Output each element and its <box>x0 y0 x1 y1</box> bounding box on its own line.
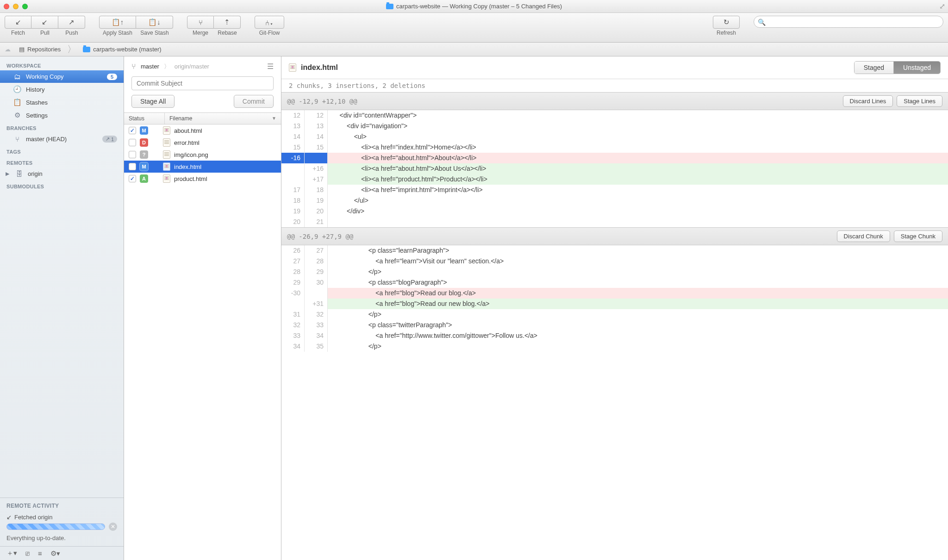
line-number-new: 33 <box>305 320 328 330</box>
sidebar-item-working-copy[interactable]: 🗂 Working Copy 5 <box>0 70 124 83</box>
code-area[interactable]: 1212 <div id="contentWrapper">1313 <div … <box>281 110 948 227</box>
gitflow-button[interactable]: ⑃▾ <box>255 16 284 29</box>
unstaged-tab[interactable]: Unstaged <box>893 62 940 74</box>
file-row[interactable]: ?img/icon.png <box>124 149 281 161</box>
stage-checkbox[interactable] <box>129 139 136 146</box>
file-row[interactable]: Mindex.html <box>124 161 281 173</box>
code-line[interactable]: 1819 </ul> <box>281 195 948 206</box>
push-button[interactable]: ↗ <box>58 16 85 29</box>
chevron-right-icon: 〉 <box>164 62 170 71</box>
stage-button[interactable]: Stage Lines <box>897 95 942 107</box>
close-button[interactable] <box>4 4 9 9</box>
code-line[interactable]: 1212 <div id="contentWrapper"> <box>281 110 948 121</box>
rebase-button[interactable]: ⇡ <box>214 16 241 29</box>
stage-button[interactable]: Stage Chunk <box>894 230 942 242</box>
list-button[interactable]: ≡ <box>38 549 42 557</box>
line-number-new: 27 <box>305 245 328 256</box>
arrow-up-icon: ↗ <box>106 136 110 142</box>
header-filename[interactable]: Filename ▼ <box>165 113 281 124</box>
status-badge: M <box>140 162 148 171</box>
code-line[interactable]: 3132 </p> <box>281 309 948 320</box>
path-repositories[interactable]: ▤ Repositories <box>14 45 65 54</box>
sidebar-item-label: master (HEAD) <box>26 136 67 143</box>
stage-checkbox[interactable] <box>129 151 136 158</box>
changes-panel: ⑂ master 〉 origin/master ☰ Stage All Com… <box>124 56 281 560</box>
fullscreen-icon[interactable]: ⤢ <box>939 2 945 11</box>
code-line[interactable]: +17 <li><a href="product.html">Product</… <box>281 174 948 185</box>
staged-unstaged-toggle: Staged Unstaged <box>854 61 941 74</box>
code-text <box>328 217 948 227</box>
code-line[interactable]: 2021 <box>281 217 948 227</box>
save-stash-label: Save Stash <box>136 30 173 36</box>
code-area[interactable]: 2627 <p class="learnParagraph">2728 <a h… <box>281 245 948 352</box>
remote-activity: REMOTE ACTIVITY ↙ Fetched origin ✕ Every… <box>0 498 124 546</box>
fetch-button[interactable]: ↙︎ <box>5 16 31 29</box>
gear-menu-button[interactable]: ⚙▾ <box>50 549 60 558</box>
sidebar-item-stashes[interactable]: 📋 Stashes <box>0 96 124 109</box>
sidebar-item-label: Settings <box>26 112 48 119</box>
code-line[interactable]: 1718 <li><a href="imprint.html">Imprint<… <box>281 185 948 195</box>
code-line[interactable]: +16 <li><a href="about.html">About Us</a… <box>281 163 948 174</box>
staged-tab[interactable]: Staged <box>854 62 893 74</box>
file-row[interactable]: Derror.html <box>124 137 281 149</box>
file-name: index.html <box>174 163 201 170</box>
cloud-icon: ☁︎ <box>5 46 11 53</box>
code-line[interactable]: 2627 <p class="learnParagraph"> <box>281 245 948 256</box>
commit-subject-input[interactable] <box>131 76 274 90</box>
pull-button[interactable]: ↙ <box>31 16 58 29</box>
disclosure-triangle-icon[interactable]: ▶ <box>6 171 9 177</box>
discard-button[interactable]: Discard Lines <box>843 95 893 107</box>
line-number-new <box>305 153 328 163</box>
code-line[interactable]: 1414 <ul> <box>281 131 948 142</box>
quicklook-button[interactable]: ⎚ <box>25 549 30 557</box>
code-line[interactable]: 3334 <a href="http://www.twitter.com/git… <box>281 330 948 341</box>
code-line[interactable]: -16 <li><a href="about.html">About</a></… <box>281 153 948 163</box>
line-number-old <box>281 163 305 174</box>
add-button[interactable]: ＋▾ <box>6 549 17 558</box>
save-stash-button[interactable]: 📋↓ <box>136 16 173 29</box>
apply-stash-button[interactable]: 📋↑ <box>99 16 136 29</box>
branch-name: master <box>141 63 159 70</box>
file-row[interactable]: Aproduct.html <box>124 173 281 185</box>
code-line[interactable]: 2930 <p class="blogParagraph"> <box>281 277 948 288</box>
code-line[interactable]: 1515 <li><a href="index.html">Home</a></… <box>281 142 948 153</box>
stage-checkbox[interactable] <box>129 127 136 134</box>
sidebar-item-master[interactable]: ⑂ master (HEAD) ↗1 <box>0 133 124 145</box>
code-line[interactable]: 1313 <div id="navigation"> <box>281 121 948 131</box>
refresh-button[interactable]: ↻ <box>713 16 740 29</box>
line-number-old: 17 <box>281 185 305 195</box>
minimize-button[interactable] <box>13 4 19 9</box>
sidebar-item-settings[interactable]: ⚙ Settings <box>0 109 124 122</box>
sidebar-item-history[interactable]: 🕘 History <box>0 83 124 96</box>
line-number-old: 32 <box>281 320 305 330</box>
code-text: <li><a href="product.html">Product</a></… <box>328 174 948 185</box>
code-line[interactable]: 3435 </p> <box>281 341 948 352</box>
header-status[interactable]: Status <box>124 113 165 124</box>
stash-group: 📋↑ 📋↓ Apply Stash Save Stash <box>99 16 173 36</box>
stage-all-button[interactable]: Stage All <box>131 95 175 108</box>
sidebar-item-origin[interactable]: ▶ 🗄 origin <box>0 168 124 180</box>
file-name: img/icon.png <box>174 151 208 158</box>
hunk-header: @@ -26,9 +27,9 @@Discard ChunkStage Chun… <box>281 227 948 245</box>
search-field[interactable]: 🔍 <box>754 16 943 28</box>
path-project[interactable]: carparts-website (master) <box>78 45 166 54</box>
code-line[interactable]: 1920 </div> <box>281 206 948 217</box>
zoom-button[interactable] <box>22 4 28 9</box>
discard-button[interactable]: Discard Chunk <box>837 230 890 242</box>
file-row[interactable]: Mabout.html <box>124 124 281 137</box>
path-repos-label: Repositories <box>27 46 61 53</box>
stage-checkbox[interactable] <box>129 163 136 170</box>
view-mode-button[interactable]: ☰ <box>267 62 274 71</box>
code-line[interactable]: +31 <a href="blog">Read our new blog.</a… <box>281 299 948 309</box>
commit-button[interactable]: Commit <box>234 95 274 108</box>
stage-checkbox[interactable] <box>129 175 136 182</box>
merge-button[interactable]: ⑂ <box>187 16 214 29</box>
code-text: <a href="http://www.twitter.com/gittower… <box>328 330 948 341</box>
line-number-new: 29 <box>305 267 328 277</box>
code-line[interactable]: 2728 <a href="learn">Visit our "learn" s… <box>281 256 948 267</box>
cancel-button[interactable]: ✕ <box>109 523 117 531</box>
code-line[interactable]: 3233 <p class="twitterParagraph"> <box>281 320 948 330</box>
code-line[interactable]: -30 <a href="blog">Read our blog.</a> <box>281 288 948 299</box>
code-line[interactable]: 2829 </p> <box>281 267 948 277</box>
line-number-new: 20 <box>305 206 328 217</box>
